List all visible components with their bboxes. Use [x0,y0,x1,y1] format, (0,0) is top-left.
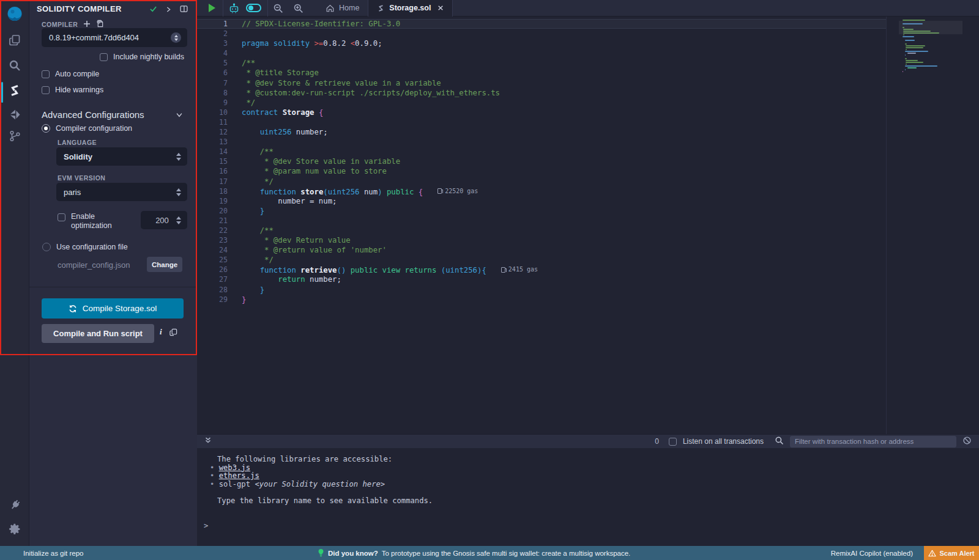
compiler-version-select[interactable]: 0.8.19+commit.7dd6d404 [42,28,187,47]
search-icon[interactable] [0,59,29,72]
clear-console-icon[interactable] [962,436,972,448]
compile-and-run-button[interactable]: Compile and Run script [42,324,154,343]
collapse-terminal-icon[interactable] [204,436,212,447]
advanced-configurations-title[interactable]: Advanced Configurations [42,109,144,120]
code-line-text: contract Storage { [231,108,323,117]
code-line-text: } [231,206,264,216]
code-line[interactable]: 11 [197,117,886,127]
remixai-robot-icon[interactable] [228,2,240,14]
minimap[interactable] [903,20,959,73]
auto-compile-checkbox[interactable] [42,70,50,78]
listen-transactions-checkbox[interactable] [669,438,677,446]
code-line[interactable]: 27 return number; [197,274,886,284]
evm-version-select[interactable]: paris [56,183,187,201]
play-button[interactable] [209,4,215,12]
pin-panel-icon[interactable] [179,4,188,16]
code-line[interactable]: 7 * @dev Store & retrieve value in a var… [197,78,886,88]
minimap-line [907,53,916,54]
chevron-right-icon[interactable] [165,5,173,16]
zoom-out-icon[interactable] [273,3,283,13]
code-line[interactable]: 15 * @dev Store value in variable [197,157,886,166]
code-line[interactable]: 25 */ [197,255,886,265]
minimap-line [906,62,923,63]
code-line[interactable]: 14 /** [197,147,886,157]
deploy-and-run-icon[interactable] [0,108,29,121]
line-number: 12 [197,127,231,137]
line-number: 6 [197,68,231,78]
code-line[interactable]: 20 } [197,206,886,216]
solidity-compiler-icon[interactable] [0,84,29,97]
code-line[interactable]: 18 function store(uint256 num) public {2… [197,186,886,196]
info-icon[interactable]: i [160,327,162,337]
code-line[interactable]: 3pragma solidity >=0.8.2 <0.9.0; [197,39,886,48]
gas-estimate-badge: 22520 gas [437,186,478,196]
code-line[interactable]: 29} [197,295,886,304]
code-line[interactable]: 5/** [197,58,886,68]
code-line[interactable]: 6 * @title Storage [197,68,886,78]
change-config-button[interactable]: Change [147,257,182,272]
scam-alert-button[interactable]: Scam Alert [924,546,979,560]
enable-optimization-label: Enable optimization [71,212,125,230]
use-config-file-radio[interactable] [42,243,51,251]
code-line-text: // SPDX-License-Identifier: GPL-3.0 [231,19,400,29]
code-line-text: * @return value of 'number' [231,245,387,255]
code-line[interactable]: 23 * @dev Return value [197,235,886,245]
code-line[interactable]: 4 [197,48,886,58]
warning-icon [928,550,936,557]
include-nightly-label: Include nightly builds [113,53,184,61]
compiler-configuration-radio-row: Compiler configuration [42,124,132,133]
transaction-filter-input[interactable] [790,436,956,448]
code-line[interactable]: 13 [197,137,886,147]
code-line[interactable]: 21 [197,216,886,226]
line-number: 28 [197,285,231,295]
terminal-search-icon[interactable] [775,436,784,448]
code-line[interactable]: 12 uint256 number; [197,127,886,137]
code-line[interactable]: 10contract Storage { [197,108,886,117]
terminal-output[interactable]: The following libraries are accessible:•… [197,448,979,546]
copilot-toggle[interactable] [246,4,261,12]
active-plugin-indicator [1,82,3,103]
tab-home[interactable]: Home [317,0,368,17]
terminal-line: • ethers.js [197,472,979,481]
code-editor[interactable]: 1// SPDX-License-Identifier: GPL-3.023pr… [197,17,979,434]
optimization-runs-input[interactable]: 200 [141,211,187,229]
code-line[interactable]: 16 * @param num value to store [197,166,886,176]
compiler-configuration-radio[interactable] [42,124,50,133]
hide-warnings-checkbox[interactable] [42,86,50,94]
minimap-slider[interactable] [899,21,962,34]
code-line[interactable]: 26 function retrieve() public view retur… [197,265,886,274]
code-line[interactable]: 2 [197,29,886,39]
scam-alert-label: Scam Alert [939,550,974,557]
copy-icon[interactable] [169,328,177,339]
settings-gear-icon[interactable] [0,523,29,536]
solidity-file-icon [377,4,385,12]
library-link[interactable]: web3.js [219,463,250,472]
minimap-line [903,34,904,35]
code-line[interactable]: 9 */ [197,98,886,108]
git-icon[interactable] [0,130,29,142]
terminal-toolbar: 0 Listen on all transactions [197,434,979,448]
code-line[interactable]: 24 * @return value of 'number' [197,245,886,255]
code-line[interactable]: 22 /** [197,226,886,235]
code-line[interactable]: 17 */ [197,177,886,186]
close-tab-icon[interactable] [437,5,444,11]
language-select[interactable]: Solidity [56,147,187,166]
code-line[interactable]: 19 number = num; [197,196,886,206]
advanced-chevron-down-icon[interactable] [175,111,184,122]
code-line[interactable]: 28 } [197,285,886,295]
remix-logo-icon[interactable] [0,5,29,23]
include-nightly-checkbox[interactable] [100,53,108,61]
file-explorer-icon[interactable] [0,34,29,47]
init-git-repo-button[interactable]: Initialize as git repo [23,550,83,557]
tab-storage-sol[interactable]: Storage.sol [368,0,453,17]
line-number: 15 [197,157,231,166]
code-line[interactable]: 8 * @custom:dev-run-script ./scripts/dep… [197,88,886,98]
compile-button[interactable]: Compile Storage.sol [42,298,184,319]
zoom-in-icon[interactable] [293,3,303,13]
terminal-prompt[interactable]: > [197,522,979,531]
enable-optimization-checkbox[interactable] [58,213,65,221]
copilot-status[interactable]: RemixAI Copilot (enabled) [831,550,913,557]
code-line[interactable]: 1// SPDX-License-Identifier: GPL-3.0 [197,19,886,29]
library-link[interactable]: ethers.js [219,471,259,480]
plugin-manager-icon[interactable] [0,498,29,511]
